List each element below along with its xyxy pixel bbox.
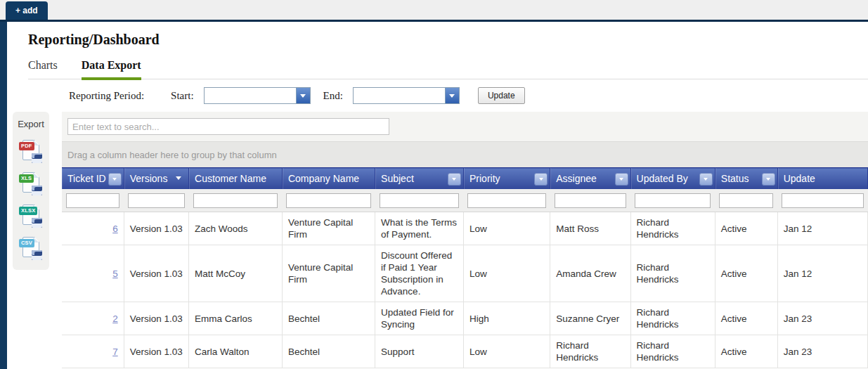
top-tab-bar: + add xyxy=(0,0,868,22)
reporting-period-label: Reporting Period: xyxy=(69,90,144,102)
filter-cell-company xyxy=(282,189,375,212)
export-csv-button[interactable]: CSV xyxy=(19,236,43,260)
filter-input-customer[interactable] xyxy=(193,193,278,208)
filter-input-status[interactable] xyxy=(719,193,773,208)
column-header-label: Update xyxy=(784,173,815,184)
cell-company: Venture Capital Firm xyxy=(282,212,375,245)
chevron-down-icon xyxy=(539,178,543,181)
filter-icon[interactable] xyxy=(448,173,461,186)
filter-input-company[interactable] xyxy=(286,193,370,208)
chevron-down-icon[interactable] xyxy=(445,88,459,103)
ticket-id-link[interactable]: 6 xyxy=(112,224,118,234)
grid-search-row xyxy=(62,112,868,141)
filter-input-version[interactable] xyxy=(128,193,184,208)
filter-icon[interactable] xyxy=(699,173,713,186)
cell-updated_by: Richard Hendricks xyxy=(630,245,715,302)
column-header-label: Status xyxy=(721,173,749,184)
cell-updated: Jan 12 xyxy=(777,212,867,245)
chevron-down-icon xyxy=(704,178,708,181)
column-header-ticket_id[interactable]: Ticket ID xyxy=(62,168,124,190)
table-row: 2Version 1.03Emma CarlosBechtelUpdated F… xyxy=(62,302,868,335)
ticket-id-link[interactable]: 5 xyxy=(112,268,118,279)
filter-cell-customer xyxy=(189,189,283,212)
search-input[interactable] xyxy=(67,118,389,135)
filter-cell-version xyxy=(124,189,188,212)
chevron-down-icon xyxy=(766,178,770,181)
start-label: Start: xyxy=(171,90,194,102)
column-header-label: Company Name xyxy=(288,173,359,184)
column-header-updated_by[interactable]: Updated By xyxy=(630,168,715,190)
end-label: End: xyxy=(323,90,343,102)
start-date-select[interactable] xyxy=(204,87,311,104)
cell-company: Bechtel xyxy=(282,335,375,368)
cell-subject: What is the Terms of Payment. xyxy=(375,212,464,245)
end-date-select[interactable] xyxy=(353,87,460,104)
cell-version: Version 1.03 xyxy=(124,245,188,302)
export-pdf-button[interactable]: PDF xyxy=(19,139,43,163)
column-header-version[interactable]: Versions xyxy=(124,168,188,190)
cell-status: Active xyxy=(715,335,777,368)
page: Reporting/Dashboard Charts Data Export R… xyxy=(0,22,868,369)
cell-company: Venture Capital Firm xyxy=(282,245,375,302)
filter-cell-status xyxy=(715,189,777,212)
export-xlsx-button[interactable]: XLSX xyxy=(19,204,43,228)
cell-ticket_id: 6 xyxy=(62,212,124,245)
tab-charts[interactable]: Charts xyxy=(28,59,58,79)
cell-customer: Matt McCoy xyxy=(189,245,283,302)
save-floppy-icon xyxy=(32,186,42,195)
data-grid: Drag a column header here to group by th… xyxy=(62,112,868,368)
chevron-down-icon[interactable] xyxy=(296,88,310,103)
filter-input-updated[interactable] xyxy=(782,193,863,208)
save-floppy-icon xyxy=(32,250,42,260)
filter-cell-updated_by xyxy=(630,189,715,212)
export-xls-button[interactable]: XLS xyxy=(19,171,43,195)
cell-assignee: Amanda Crew xyxy=(550,245,630,302)
cell-assignee: Richard Hendricks xyxy=(550,335,630,368)
table-row: 7Version 1.03Carla WaltonBechtelSupportL… xyxy=(62,335,868,368)
cell-priority: High xyxy=(463,302,550,335)
column-header-label: Assignee xyxy=(556,173,597,184)
cell-updated: Jan 23 xyxy=(777,302,867,335)
group-by-drop-zone[interactable]: Drag a column header here to group by th… xyxy=(62,141,868,167)
dropdown-arrow-icon[interactable] xyxy=(176,176,181,180)
column-header-company[interactable]: Company Name xyxy=(282,168,375,190)
filter-input-subject[interactable] xyxy=(380,193,460,208)
cell-customer: Zach Woods xyxy=(189,212,283,245)
format-badge: XLS xyxy=(19,174,34,183)
column-header-status[interactable]: Status xyxy=(715,168,777,190)
export-label: Export xyxy=(18,119,44,129)
header-row: Ticket IDVersionsCustomer NameCompany Na… xyxy=(62,168,868,190)
column-header-customer[interactable]: Customer Name xyxy=(189,168,283,190)
cell-customer: Carla Walton xyxy=(189,335,283,368)
column-header-subject[interactable]: Subject xyxy=(375,168,464,190)
column-header-priority[interactable]: Priority xyxy=(463,168,550,190)
cell-version: Version 1.03 xyxy=(124,302,188,335)
cell-priority: Low xyxy=(463,335,550,368)
cell-customer: Emma Carlos xyxy=(189,302,283,335)
add-button[interactable]: + add xyxy=(6,1,48,20)
column-header-assignee[interactable]: Assignee xyxy=(550,168,630,190)
filter-input-assignee[interactable] xyxy=(555,193,626,208)
ticket-id-link[interactable]: 2 xyxy=(112,313,118,324)
cell-status: Active xyxy=(715,245,777,302)
column-header-updated[interactable]: Update xyxy=(777,168,867,190)
chevron-down-icon xyxy=(449,94,455,98)
filter-icon[interactable] xyxy=(534,173,548,186)
cell-updated_by: Richard Hendricks xyxy=(630,212,715,245)
column-header-label: Ticket ID xyxy=(67,173,106,184)
update-button[interactable]: Update xyxy=(478,87,525,104)
filter-icon[interactable] xyxy=(615,173,628,186)
filter-input-priority[interactable] xyxy=(467,193,545,208)
filter-icon[interactable] xyxy=(108,173,122,186)
filter-icon[interactable] xyxy=(762,173,775,186)
format-badge: XLSX xyxy=(19,207,37,215)
ticket-id-link[interactable]: 7 xyxy=(112,347,118,357)
cell-assignee: Matt Ross xyxy=(550,212,630,245)
filter-input-ticket_id[interactable] xyxy=(66,193,119,208)
cell-priority: Low xyxy=(463,245,550,302)
filter-cell-ticket_id xyxy=(62,189,124,212)
filter-input-updated_by[interactable] xyxy=(635,193,711,208)
save-floppy-icon xyxy=(32,153,42,163)
tab-data-export[interactable]: Data Export xyxy=(82,59,141,80)
cell-subject: Support xyxy=(375,335,464,368)
